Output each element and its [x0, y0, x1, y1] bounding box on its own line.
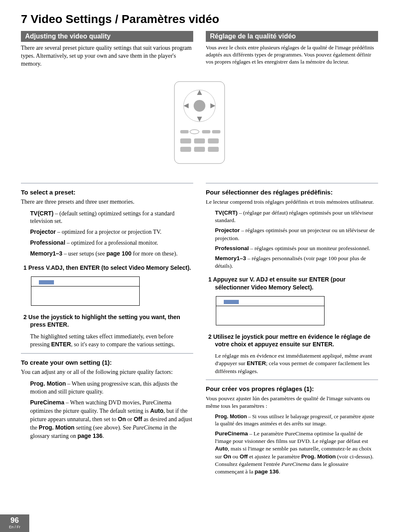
create-heading-fr: Pour créer vos propres réglages (1): [206, 385, 378, 392]
svg-rect-16 [208, 147, 219, 152]
svg-rect-12 [194, 138, 205, 143]
intro-en: There are several preset picture quality… [21, 44, 193, 68]
divider [206, 183, 378, 184]
page-footer: 96 En / Fr [0, 514, 29, 532]
def-item: Prog. Motion – Si vous utilisez le balay… [215, 413, 378, 427]
select-heading-fr: Pour sélectionner des réglages prédèfini… [206, 189, 378, 196]
def-item-purecinema: PureCinema – When watching DVD movies, P… [30, 399, 193, 440]
right-column: Réglage de la qualité vidéo Vous avez le… [206, 31, 378, 72]
divider [206, 379, 378, 380]
page-lang: En / Fr [0, 525, 29, 529]
divider [21, 353, 193, 354]
section-header-en: Adjusting the video quality [21, 31, 193, 42]
svg-marker-3 [197, 90, 202, 95]
section-header-fr: Réglage de la qualité vidéo [206, 31, 378, 42]
svg-rect-14 [180, 147, 191, 152]
page-number: 96 [0, 514, 29, 525]
svg-marker-4 [197, 117, 202, 122]
svg-rect-13 [208, 138, 219, 143]
def-item: Memory1–3 – réglages personnalisés (voir… [215, 255, 378, 270]
step-2-body-en: The highlighted setting takes effect imm… [21, 333, 193, 349]
step-1-fr: 1 Appuyez sur V. ADJ et ensuite sur ENTE… [206, 276, 378, 291]
step-2-body-fr: Le réglage mis en évidence est immédiate… [206, 352, 378, 375]
def-item: Prog. Motion – When using progressive sc… [30, 380, 193, 396]
create-intro-fr: Vous pouvez ajuster lún des paramètres d… [206, 395, 378, 410]
svg-rect-15 [194, 147, 205, 152]
def-item: TV(CRT) – (réglage par défaut) réglages … [215, 209, 378, 224]
def-item: Projector – réglages optimisés pour un p… [215, 227, 378, 242]
remote-illustration [21, 81, 378, 166]
select-heading-en: To select a preset: [21, 189, 193, 196]
def-item-purecinema: PureCinema – Le paramètre PureCinema opt… [215, 430, 378, 476]
select-intro-en: There are three presets and three user m… [21, 198, 193, 206]
svg-marker-5 [184, 103, 189, 108]
create-heading-en: To create your own setting (1): [21, 359, 193, 366]
def-item: Professional – optimized for a professio… [30, 239, 193, 247]
chapter-title: 7 Video Settings / Paramètres vidéo [21, 13, 378, 26]
svg-marker-6 [210, 103, 215, 108]
osd-screenshot [31, 276, 140, 306]
left-column: Adjusting the video quality There are se… [21, 31, 193, 72]
svg-rect-11 [180, 138, 191, 143]
step-1-en: 1 Press V.ADJ, then ENTER (to select Vid… [21, 264, 193, 271]
step-2-en: 2 Use the joystick to highlight the sett… [21, 313, 193, 328]
intro-fr: Vous avez le choix entre plusieurs régla… [206, 44, 378, 66]
svg-rect-7 [180, 130, 189, 133]
def-item: Professional – réglages optimisés pour u… [215, 245, 378, 252]
divider [21, 183, 193, 184]
def-item: Projector – optimized for a projector or… [30, 228, 193, 236]
select-intro-fr: Le lecteur comprend trois réglages prédé… [206, 198, 378, 206]
def-item: Memory1–3 – user setups (see page 100 fo… [30, 250, 193, 258]
svg-rect-10 [212, 130, 220, 133]
def-item: TV(CRT) – (default setting) optimized se… [30, 210, 193, 226]
svg-point-2 [194, 100, 205, 112]
svg-rect-9 [202, 130, 210, 133]
svg-point-8 [190, 130, 199, 134]
osd-screenshot [216, 296, 325, 325]
step-2-fr: 2 Utilisez le joystick pour mettre en év… [206, 333, 378, 348]
create-intro-en: You can adjust any or all of the followi… [21, 368, 193, 376]
